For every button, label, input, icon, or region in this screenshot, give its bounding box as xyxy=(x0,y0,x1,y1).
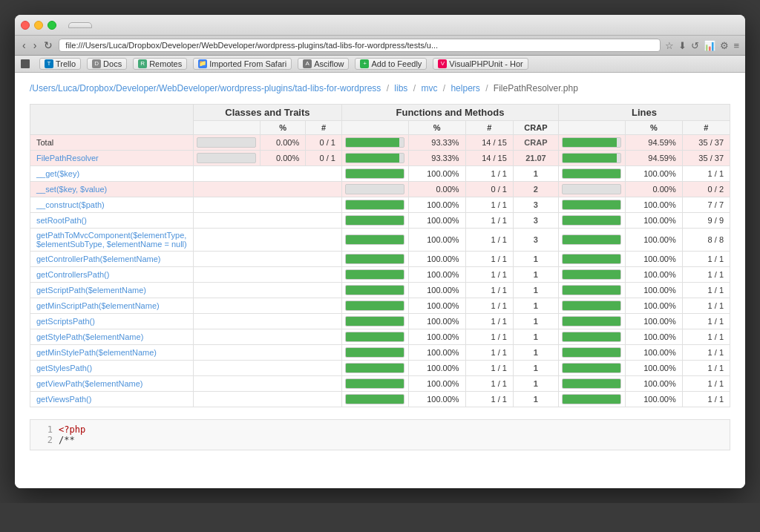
fn-fraction: 1 / 1 xyxy=(465,252,513,267)
breadcrumb-sep-1: / xyxy=(387,83,389,93)
ln-bar-cell xyxy=(558,283,625,298)
row-name-cell: getPathToMvcComponent($elementType,$elem… xyxy=(30,229,194,252)
crap-value: 1 xyxy=(513,376,558,392)
method-link[interactable]: getViewPath($elementName) xyxy=(36,379,187,388)
fn-pct: 93.33% xyxy=(408,151,465,166)
row-name-cell: setRootPath() xyxy=(30,213,194,229)
downloads-icon[interactable]: ⬇ xyxy=(678,40,687,51)
table-row: getViewPath($elementName) 100.00% 1 / 1 … xyxy=(30,376,730,392)
forward-button[interactable]: › xyxy=(32,39,39,51)
fn-bar-cell xyxy=(341,314,408,329)
apps-bookmark[interactable] xyxy=(21,59,33,68)
feedly-label: Add to Feedly xyxy=(371,59,422,68)
method-link[interactable]: setRootPath() xyxy=(36,216,187,225)
fn-fraction: 1 / 1 xyxy=(465,361,513,376)
bookmark-add-to-feedly[interactable]: + Add to Feedly xyxy=(355,58,427,70)
ln-pct: 100.00% xyxy=(625,329,682,345)
row-name-cell: getViewPath($elementName) xyxy=(30,376,194,392)
remotes-icon: R xyxy=(138,59,147,68)
row-name-cell: getScriptsPath() xyxy=(30,314,194,329)
ln-bar-cell xyxy=(558,229,625,252)
method-link[interactable]: getControllersPath() xyxy=(36,270,187,279)
method-link[interactable]: getScriptsPath() xyxy=(36,317,187,326)
bookmark-asciflow[interactable]: A Asciflow xyxy=(298,58,349,70)
fn-fraction: 1 / 1 xyxy=(465,166,513,182)
method-link[interactable]: getStylesPath() xyxy=(36,364,187,372)
code-line-1: 1 <?php xyxy=(38,424,722,435)
method-link[interactable]: getMinStylePath($elementName) xyxy=(36,348,187,357)
crap-value: 1 xyxy=(513,252,558,267)
ln-pct: 100.00% xyxy=(625,229,682,252)
active-tab[interactable] xyxy=(68,22,92,28)
table-row: FilePathResolver 0.00% 0 / 1 93.33% 14 /… xyxy=(30,151,730,166)
back-button[interactable]: ‹ xyxy=(21,39,27,51)
fn-pct: 0.00% xyxy=(408,182,465,197)
row-name-cell: getMinStylePath($elementName) xyxy=(30,345,194,361)
row-name-cell: FilePathResolver xyxy=(30,151,194,166)
fn-bar-cell xyxy=(341,252,408,267)
chart-icon: 📊 xyxy=(704,40,715,51)
ln-bar-cell xyxy=(558,182,625,197)
fn-pct: 93.33% xyxy=(408,135,465,151)
address-input[interactable] xyxy=(59,39,661,52)
ln-bar-cell xyxy=(558,345,625,361)
ln-pct: 94.59% xyxy=(625,151,682,166)
table-row: __set($key, $value) 0.00% 0 / 1 2 0.00% … xyxy=(30,182,730,197)
classes-header: Classes and Traits xyxy=(194,105,342,121)
refresh-icon[interactable]: ↺ xyxy=(691,40,699,51)
crap-value: 21.07 xyxy=(513,151,558,166)
method-link[interactable]: $elementSubType, $elementName = null) xyxy=(36,240,187,249)
breadcrumb-libs[interactable]: libs xyxy=(394,83,407,93)
reload-button[interactable]: ↻ xyxy=(42,39,54,51)
traffic-lights xyxy=(21,21,56,30)
row-name: Total xyxy=(36,138,53,147)
table-row: getControllersPath() 100.00% 1 / 1 1 100… xyxy=(30,267,730,283)
crap-value: 1 xyxy=(513,392,558,407)
bookmark-trello[interactable]: T Trello xyxy=(39,58,81,70)
settings-icon[interactable]: ⚙ xyxy=(720,40,729,51)
method-link[interactable]: getPathToMvcComponent($elementType, xyxy=(36,231,187,240)
method-link[interactable]: __get($key) xyxy=(36,169,187,178)
method-link[interactable]: getViewsPath() xyxy=(36,395,187,404)
table-row: getMinStylePath($elementName) 100.00% 1 … xyxy=(30,345,730,361)
bookmark-docs[interactable]: D Docs xyxy=(87,58,127,70)
crap-value: CRAP xyxy=(513,135,558,151)
ln-fraction: 0 / 2 xyxy=(682,182,730,197)
tab-bar xyxy=(68,22,739,28)
method-link[interactable]: __construct($path) xyxy=(36,200,187,209)
close-button[interactable] xyxy=(21,21,30,30)
breadcrumb-helpers[interactable]: helpers xyxy=(451,83,479,93)
breadcrumb-root[interactable]: /Users/Luca/Dropbox/Developer/WebDevelop… xyxy=(30,83,381,93)
bookmark-remotes[interactable]: R Remotes xyxy=(133,58,187,70)
row-name-cell: getScriptPath($elementName) xyxy=(30,283,194,298)
bookmark-imported-from-safari[interactable]: 📁 Imported From Safari xyxy=(193,58,292,70)
method-link[interactable]: __set($key, $value) xyxy=(36,185,187,194)
method-link[interactable]: getScriptPath($elementName) xyxy=(36,286,187,295)
bookmark-visualphpunit[interactable]: V VisualPHPUnit - Hor xyxy=(433,58,528,70)
menu-icon[interactable]: ≡ xyxy=(733,40,739,51)
breadcrumb-current: FilePathResolver.php xyxy=(494,83,578,93)
ln-pct: 100.00% xyxy=(625,361,682,376)
ln-pct: 100.00% xyxy=(625,345,682,361)
crap-value: 1 xyxy=(513,298,558,314)
row-name-cell: getViewsPath() xyxy=(30,392,194,407)
breadcrumb-mvc[interactable]: mvc xyxy=(421,83,437,93)
method-link[interactable]: getStylePath($elementName) xyxy=(36,332,187,341)
fn-bar-cell xyxy=(341,151,408,166)
breadcrumb-sep-3: / xyxy=(443,83,445,93)
bookmark-star-icon[interactable]: ☆ xyxy=(665,40,674,51)
fn-pct: 100.00% xyxy=(408,314,465,329)
cls-pct: 0.00% xyxy=(261,135,306,151)
fn-bar-cell xyxy=(341,135,408,151)
minimize-button[interactable] xyxy=(34,21,43,30)
ln-fraction: 1 / 1 xyxy=(682,392,730,407)
ln-bar-cell xyxy=(558,314,625,329)
ln-bar-cell xyxy=(558,267,625,283)
ln-bar-cell xyxy=(558,151,625,166)
ln-pct: 100.00% xyxy=(625,166,682,182)
table-row: getStylesPath() 100.00% 1 / 1 1 100.00% … xyxy=(30,361,730,376)
method-link[interactable]: getMinScriptPath($elementName) xyxy=(36,301,187,310)
fn-pct: 100.00% xyxy=(408,376,465,392)
method-link[interactable]: getControllerPath($elementName) xyxy=(36,254,187,263)
maximize-button[interactable] xyxy=(48,21,56,30)
